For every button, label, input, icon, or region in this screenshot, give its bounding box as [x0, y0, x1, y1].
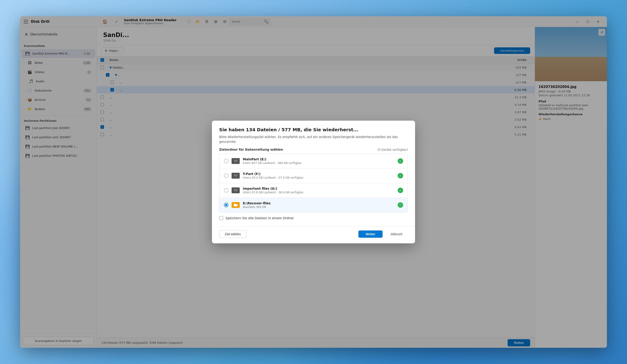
modal-body: Zielordner für Datenrettung wählen (5 Ge… — [212, 148, 415, 227]
drive-name: Important files (G:) — [243, 187, 395, 190]
drive-list: MainPart (E:) Intern 857 GB Laufwerk - 3… — [219, 154, 408, 212]
modal-header: Sie haben 134 Dateien / 577 MB, die Sie … — [212, 121, 415, 148]
drive-icon — [232, 173, 240, 179]
drive-item-mainpart[interactable]: MainPart (E:) Intern 857 GB Laufwerk - 3… — [219, 154, 408, 169]
save-all-label: Speichern Sie alle Dateien in einem Ordn… — [225, 216, 294, 220]
drive-desc: Intern 857 GB Laufwerk - 384 GB verfügba… — [243, 161, 395, 165]
drive-radio-selected[interactable] — [224, 203, 228, 207]
svg-rect-7 — [234, 189, 237, 191]
abbruch-button[interactable]: Abbruch — [385, 230, 408, 238]
save-all-checkbox[interactable] — [219, 216, 223, 220]
drive-radio[interactable] — [224, 188, 228, 193]
drive-item-important[interactable]: Important files (G:) Intern 97.6 GB Lauf… — [219, 183, 408, 198]
drive-radio[interactable] — [224, 159, 228, 163]
drive-desc: Intern 29.2 GB Laufwerk - 27.4 GB verfüg… — [243, 176, 395, 179]
drive-name: MainPart (E:) — [243, 157, 395, 161]
drive-ok-icon: ✓ — [398, 202, 403, 208]
target-label-text: Zielordner für Datenrettung wählen — [219, 148, 283, 151]
svg-rect-1 — [234, 160, 237, 162]
drive-radio[interactable] — [224, 174, 228, 178]
svg-point-8 — [235, 191, 236, 192]
modal-title: Sie haben 134 Dateien / 577 MB, die Sie … — [219, 127, 408, 132]
drive-name: E:\Recover-files — [243, 201, 395, 205]
ziel-button[interactable]: Ziel wählen — [219, 230, 247, 238]
drive-info: E:\Recover-files Available 384 GB — [243, 201, 395, 209]
modal-overlay: Sie haben 134 Dateien / 577 MB, die Sie … — [20, 16, 607, 348]
svg-point-2 — [235, 162, 236, 163]
recovery-modal: Sie haben 134 Dateien / 577 MB, die Sie … — [212, 121, 415, 243]
svg-point-5 — [235, 177, 236, 177]
target-count: (5 Geräte verfügbar) — [377, 148, 408, 151]
drive-name: T-Part (F:) — [243, 172, 395, 176]
app-window: Disk Drill 🏠 ✓ SanDisk Extreme PRO Reade… — [20, 16, 607, 348]
drive-icon — [232, 158, 240, 164]
save-all-checkbox-row: Speichern Sie alle Dateien in einem Ordn… — [219, 212, 408, 222]
modal-footer: Ziel wählen Weiter Abbruch — [212, 227, 415, 243]
drive-info: MainPart (E:) Intern 857 GB Laufwerk - 3… — [243, 157, 395, 165]
drive-desc: Intern 97.6 GB Laufwerk - 38.4 GB verfüg… — [243, 191, 395, 194]
target-label: Zielordner für Datenrettung wählen (5 Ge… — [219, 148, 408, 151]
svg-rect-4 — [234, 174, 237, 176]
modal-subtitle: Bitte Wiederherstellungsziel wählen. Es … — [219, 135, 408, 144]
drive-item-recover[interactable]: E:\Recover-files Available 384 GB ✓ — [219, 198, 408, 212]
drive-info: T-Part (F:) Intern 29.2 GB Laufwerk - 27… — [243, 172, 395, 179]
drive-ok-icon: ✓ — [398, 188, 403, 193]
drive-item-tpart[interactable]: T-Part (F:) Intern 29.2 GB Laufwerk - 27… — [219, 169, 408, 183]
weiter-button[interactable]: Weiter — [359, 230, 383, 238]
drive-desc: Available 384 GB — [243, 205, 395, 209]
folder-drive-icon — [232, 202, 240, 208]
drive-ok-icon: ✓ — [398, 158, 403, 164]
drive-icon — [232, 187, 240, 193]
drive-info: Important files (G:) Intern 97.6 GB Lauf… — [243, 187, 395, 194]
drive-ok-icon: ✓ — [398, 173, 403, 178]
modal-action-buttons: Weiter Abbruch — [359, 230, 408, 238]
